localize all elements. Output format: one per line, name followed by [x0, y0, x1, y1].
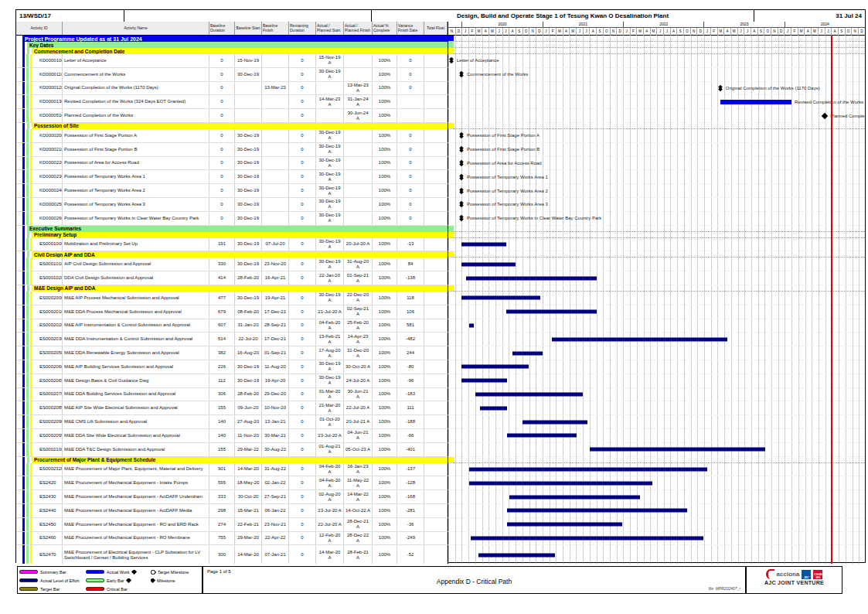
cell-bs: 30-Dec-19 [235, 258, 262, 271]
cell-as: 13-Feb-21 A [316, 333, 344, 346]
cell-pct: 100% [373, 401, 397, 414]
group-indent-strip [22, 170, 25, 183]
cell-pct: 100% [373, 238, 397, 251]
group-indent-strip [22, 82, 25, 95]
cell-pct: 100% [373, 258, 397, 271]
cell-name: AIP Civil Design Submission and Approval [63, 258, 209, 271]
group-indent-strip [30, 258, 32, 271]
cell-af: 13-Mar-23 A [344, 82, 373, 95]
gantt-row [448, 226, 865, 232]
group-indent-strip [26, 198, 29, 211]
cell-name: Commencement of the Works [63, 68, 209, 81]
legend-actual-loe: Actual Level of Effort [19, 578, 86, 583]
month-label: J [825, 28, 832, 36]
group-indent-strip [22, 305, 25, 319]
cell-fl [424, 476, 448, 489]
group-indent-strip [27, 48, 29, 54]
group-indent-strip [26, 545, 29, 564]
year-label: 2023 [703, 22, 784, 28]
month-label: D [455, 28, 462, 36]
cell-as: 14-Mar-20 A [316, 545, 344, 564]
cell-bd: 140 [209, 429, 235, 442]
critical-bar-swatch [86, 587, 104, 591]
group-indent-strip [30, 532, 32, 545]
cell-name: M&E DDA Building Services Submission and… [63, 388, 209, 401]
cell-bf: 13-Jan-21 [262, 415, 289, 428]
legend-critical-bar: Critical Bar [86, 587, 151, 592]
month-label: M [730, 28, 737, 36]
gantt-row: Possession of First Stage Portion A [448, 129, 865, 143]
gantt-bar [552, 337, 727, 341]
cell-bf [262, 109, 289, 122]
gantt-row [448, 415, 865, 429]
year-label: 2022 [623, 22, 703, 28]
group-indent-strip [30, 129, 32, 142]
cell-bs: 08-Feb-20 [235, 305, 262, 319]
month-label: M [556, 28, 563, 36]
cell-as: 30-Dec-19 A [316, 374, 344, 387]
cell-as: 01-Oct-20 A [316, 415, 344, 428]
month-label: M [798, 28, 805, 36]
group-indent-strip [30, 504, 32, 517]
group-indent-strip [22, 48, 25, 54]
cell-id: KD0000200 [38, 129, 63, 142]
month-label: O [683, 28, 690, 36]
cell-bs: 15-Mar-21 [235, 504, 262, 517]
month-label: A [831, 28, 838, 36]
legend-milestone: Milestone [151, 578, 202, 583]
cell-as: 30-Dec-19 A [316, 212, 344, 225]
cell-fl [424, 258, 448, 271]
table-row: ES0002000M&E AIP Process Mechanical Subm… [16, 292, 865, 305]
gantt-row: Possession of Temporary Works Area 3 [448, 198, 865, 212]
cell-vr: -188 [397, 415, 424, 428]
gantt-row [448, 443, 865, 457]
gantt-bar [478, 553, 556, 557]
cell-name: Original Completion of the Works (1170 D… [63, 82, 209, 95]
cell-as: 30-Dec-19 A [316, 129, 344, 142]
cell-fl [424, 388, 448, 401]
month-label: F [710, 28, 717, 36]
cell-bd: 514 [209, 333, 235, 346]
cell-af: 16-Jan-23 A [344, 463, 373, 476]
milestone-label: Possession of Temporary Works Area 1 [467, 175, 548, 179]
cell-bs: 30-Dec-19 [235, 68, 262, 81]
gantt-row [448, 48, 865, 54]
milestone-label: Possession of Temporary Works Area 3 [467, 202, 548, 206]
timeline-header: 20202021202220232024 NDJFMAMJJASONDJFMAM… [448, 22, 865, 36]
group-indent-strip [22, 54, 25, 67]
group-indent-strip [26, 319, 29, 333]
cell-as: 04-Feb-20 A [316, 476, 344, 489]
cell-vr: -80 [397, 360, 424, 374]
group-indent-strip [22, 401, 25, 414]
cell-vr: -401 [397, 443, 424, 456]
cell-bf: 27-Sep-21 [262, 490, 289, 503]
cell-pct: 100% [373, 68, 397, 81]
cell-bf: 30-Aug-22 [262, 443, 289, 456]
cell-bd: 0 [209, 82, 235, 95]
group-indent-strip [26, 238, 29, 251]
cell-bf: 29-Dec-20 [262, 388, 289, 401]
group-indent-strip [30, 463, 32, 476]
cell-bd: 0 [209, 109, 235, 122]
cell-pct: 100% [373, 415, 397, 428]
cell-af: 28-Dec-21 A [344, 518, 373, 531]
group-indent-strip [30, 401, 32, 414]
legend-summary-bar: Summary Bar [19, 570, 86, 575]
gantt-row [448, 258, 865, 271]
cell-name: M&E CMS Lift Submission and Approval [63, 415, 209, 428]
cell-as: 12-Feb-20 A [316, 532, 344, 545]
cell-bd: 140 [209, 415, 235, 428]
group-stub-bar [448, 123, 454, 128]
gantt-bar [469, 481, 652, 485]
cell-pct: 100% [373, 360, 397, 374]
cell-fl [424, 68, 448, 81]
column-header-name: Activity Name [63, 22, 209, 35]
cell-bs: 22-Feb-21 [235, 518, 262, 531]
group-indent-strip [22, 232, 25, 238]
cell-name: M&E DDA Instrumentation & Control Submis… [63, 333, 209, 346]
cell-af: 14-Mar-22 A [344, 490, 373, 503]
cell-rd: 0 [289, 333, 316, 346]
cell-fl [424, 198, 448, 211]
gantt-bar-label: Revised Completion of the Works (324 Day… [795, 100, 865, 104]
milestone-icon [460, 148, 463, 152]
